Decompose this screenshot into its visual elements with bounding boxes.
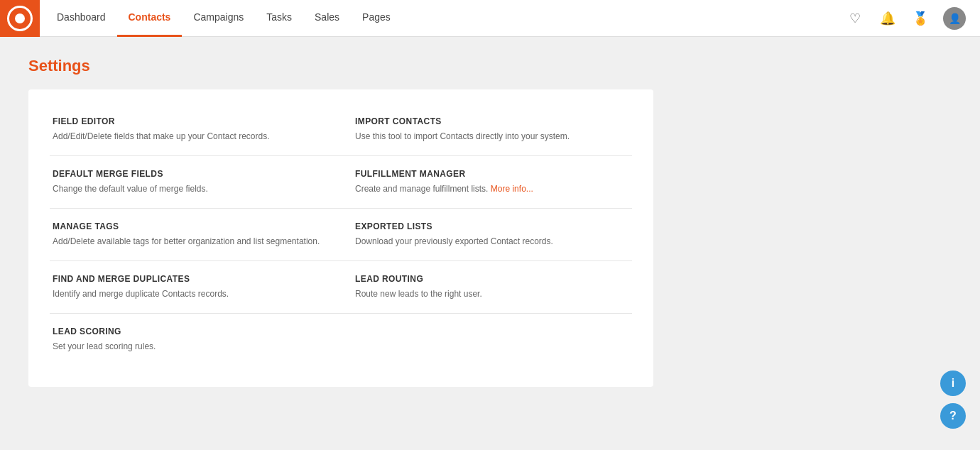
- nav-pages[interactable]: Pages: [351, 0, 402, 37]
- top-navigation: Dashboard Contacts Campaigns Tasks Sales…: [0, 0, 980, 37]
- logo[interactable]: [0, 0, 40, 37]
- settings-item-exported-lists[interactable]: EXPORTED LISTS Download your previously …: [341, 209, 632, 261]
- help-fab-button[interactable]: ?: [940, 403, 966, 429]
- fulfillment-manager-desc: Create and manage fulfillment lists. Mor…: [355, 182, 618, 195]
- exported-lists-desc: Download your previously exported Contac…: [355, 235, 618, 248]
- settings-item-lead-routing[interactable]: LEAD ROUTING Route new leads to the righ…: [341, 261, 632, 314]
- manage-tags-desc: Add/Delete available tags for better org…: [53, 235, 327, 248]
- nav-tasks[interactable]: Tasks: [255, 0, 303, 37]
- settings-item-import-contacts[interactable]: IMPORT CONTACTS Use this tool to import …: [341, 104, 632, 156]
- fulfillment-more-info-link[interactable]: More info...: [491, 184, 533, 194]
- nav-campaigns[interactable]: Campaigns: [182, 0, 255, 37]
- avatar-icon[interactable]: 👤: [943, 7, 966, 30]
- default-merge-title: DEFAULT MERGE FIELDS: [53, 169, 327, 179]
- settings-item-manage-tags[interactable]: MANAGE TAGS Add/Delete available tags fo…: [50, 209, 341, 261]
- default-merge-desc: Change the default value of merge fields…: [53, 182, 327, 195]
- lead-scoring-desc: Set your lead scoring rules.: [53, 340, 327, 353]
- nav-sales[interactable]: Sales: [303, 0, 351, 37]
- favorites-icon[interactable]: ♡: [845, 9, 865, 28]
- info-fab-button[interactable]: i: [940, 371, 966, 396]
- lead-routing-title: LEAD ROUTING: [355, 274, 618, 284]
- find-merge-desc: Identify and merge duplicate Contacts re…: [53, 287, 327, 300]
- settings-item-fulfillment-manager[interactable]: FULFILLMENT MANAGER Create and manage fu…: [341, 156, 632, 209]
- nav-right-icons: ♡ 🔔 🏅 👤: [845, 7, 980, 30]
- settings-item-empty: [341, 314, 632, 366]
- settings-item-default-merge[interactable]: DEFAULT MERGE FIELDS Change the default …: [50, 156, 341, 209]
- page-title: Settings: [28, 57, 952, 75]
- notifications-icon[interactable]: 🔔: [878, 9, 898, 28]
- nav-dashboard[interactable]: Dashboard: [45, 0, 117, 37]
- settings-item-lead-scoring[interactable]: LEAD SCORING Set your lead scoring rules…: [50, 314, 341, 366]
- rewards-icon[interactable]: 🏅: [910, 9, 930, 28]
- settings-card: FIELD EDITOR Add/Edit/Delete fields that…: [28, 89, 653, 387]
- import-contacts-title: IMPORT CONTACTS: [355, 116, 618, 126]
- field-editor-desc: Add/Edit/Delete fields that make up your…: [53, 130, 327, 143]
- lead-scoring-title: LEAD SCORING: [53, 326, 327, 336]
- find-merge-title: FIND AND MERGE DUPLICATES: [53, 274, 327, 284]
- fulfillment-manager-title: FULFILLMENT MANAGER: [355, 169, 618, 179]
- manage-tags-title: MANAGE TAGS: [53, 221, 327, 231]
- settings-item-find-merge-duplicates[interactable]: FIND AND MERGE DUPLICATES Identify and m…: [50, 261, 341, 314]
- lead-routing-desc: Route new leads to the right user.: [355, 287, 618, 300]
- import-contacts-desc: Use this tool to import Contacts directl…: [355, 130, 618, 143]
- settings-item-field-editor[interactable]: FIELD EDITOR Add/Edit/Delete fields that…: [50, 104, 341, 156]
- exported-lists-title: EXPORTED LISTS: [355, 221, 618, 231]
- nav-links: Dashboard Contacts Campaigns Tasks Sales…: [45, 0, 402, 36]
- logo-inner: [15, 13, 25, 23]
- logo-circle: [7, 6, 33, 31]
- fab-container: i ?: [940, 371, 966, 429]
- settings-grid: FIELD EDITOR Add/Edit/Delete fields that…: [50, 104, 632, 366]
- page-body: Settings FIELD EDITOR Add/Edit/Delete fi…: [0, 37, 980, 407]
- field-editor-title: FIELD EDITOR: [53, 116, 327, 126]
- nav-contacts[interactable]: Contacts: [117, 0, 183, 37]
